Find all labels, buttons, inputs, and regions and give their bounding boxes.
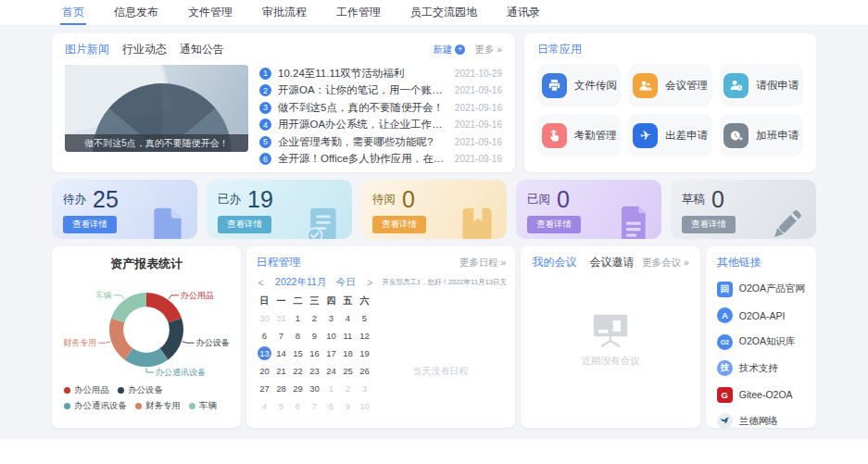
news-tab-2[interactable]: 通知公告	[180, 42, 224, 57]
app-attendance[interactable]: 考勤管理	[537, 114, 621, 157]
calendar-day[interactable]: 14	[272, 345, 289, 362]
nav-item-0[interactable]: 首页	[60, 0, 86, 25]
view-details-button[interactable]: 查看详情	[682, 216, 736, 233]
schedule-more-link[interactable]: 更多日程 »	[459, 257, 507, 270]
calendar-day[interactable]: 9	[339, 397, 356, 415]
legend-item-0[interactable]: 办公用品	[64, 384, 109, 396]
legend-item-2[interactable]: 办公通讯设备	[64, 400, 127, 412]
calendar-day[interactable]: 30	[306, 380, 322, 397]
calendar-day[interactable]: 4	[256, 397, 272, 415]
meetings-more-link[interactable]: 更多会议 »	[642, 257, 689, 270]
calendar-day[interactable]: 28	[272, 380, 289, 397]
calendar-day[interactable]: 19	[356, 345, 372, 362]
calendar-day[interactable]: 9	[306, 327, 322, 345]
leave-icon	[723, 73, 748, 98]
nav-item-4[interactable]: 工作管理	[334, 0, 383, 25]
calendar-day[interactable]: 26	[356, 362, 372, 380]
calendar-day[interactable]: 5	[356, 309, 372, 327]
news-list-item[interactable]: 6 全开源！Office多人协作应用，在线编辑Word、Excel和PPT文档 …	[259, 151, 502, 169]
calendar-day[interactable]: 18	[339, 345, 356, 362]
calendar-day[interactable]: 30	[256, 309, 272, 327]
link-gitee[interactable]: G Gitee-O2OA	[717, 387, 805, 403]
link-website[interactable]: 回 O2OA产品官网	[717, 282, 805, 297]
legend-item-3[interactable]: 财务专用	[135, 400, 181, 412]
nav-item-1[interactable]: 信息发布	[112, 0, 160, 25]
app-overtime[interactable]: 加班申请	[720, 114, 803, 157]
calendar-day[interactable]: 25	[339, 362, 356, 380]
news-more-link[interactable]: 更多 »	[474, 44, 502, 56]
schedule-empty-text: 当天没有日程	[374, 365, 506, 378]
link-api[interactable]: A O2OA-API	[717, 307, 805, 323]
calendar-day[interactable]: 23	[306, 362, 322, 380]
nav-item-3[interactable]: 审批流程	[260, 0, 308, 25]
calendar-day[interactable]: 1	[289, 309, 306, 327]
donut-slice-4[interactable]	[111, 293, 146, 322]
calendar-day[interactable]: 22	[289, 362, 306, 380]
news-list-item[interactable]: 1 10.24至11.11双节活动福利 2021-10-29	[259, 65, 502, 82]
nav-item-6[interactable]: 通讯录	[505, 0, 542, 25]
calendar-day[interactable]: 27	[256, 380, 272, 397]
view-details-button[interactable]: 查看详情	[218, 216, 271, 233]
news-list-item[interactable]: 2 开源OA：让你的笔记，用一个账号多平台通用 2021-09-16	[259, 82, 502, 100]
news-list-item[interactable]: 4 用开源OA办公系统，让企业工作状态更加“全景化” 2021-09-16	[259, 117, 502, 134]
view-details-button[interactable]: 查看详情	[63, 216, 117, 233]
legend-item-1[interactable]: 办公设备	[118, 384, 163, 396]
calendar-day[interactable]: 10	[322, 327, 339, 345]
calendar-day[interactable]: 11	[339, 327, 356, 345]
calendar-day[interactable]: 4	[339, 309, 356, 327]
calendar-day[interactable]: 3	[356, 380, 372, 397]
news-tab-0[interactable]: 图片新闻	[65, 42, 109, 57]
calendar-day[interactable]: 2	[339, 380, 356, 397]
calendar-day[interactable]: 16	[306, 345, 322, 362]
calendar-day[interactable]: 21	[272, 362, 289, 380]
other-links-title: 其他链接	[717, 255, 805, 270]
calendar-day[interactable]: 24	[322, 362, 339, 380]
app-plane[interactable]: ✈ 出差申请	[628, 114, 711, 157]
calendar-day[interactable]: 5	[272, 397, 289, 415]
calendar-next-button[interactable]: >	[365, 277, 374, 288]
donut-slice-2[interactable]	[125, 348, 169, 367]
link-kb[interactable]: O2 O2OA知识库	[717, 334, 805, 350]
legend-item-4[interactable]: 车辆	[189, 400, 217, 412]
calendar-day[interactable]: 7	[272, 327, 289, 345]
calendar-day[interactable]: 31	[272, 309, 289, 327]
meeting-tab-0[interactable]: 我的会议	[532, 255, 576, 270]
calendar-day[interactable]: 8	[322, 397, 339, 415]
view-details-button[interactable]: 查看详情	[527, 216, 581, 233]
news-list-item[interactable]: 5 企业管理考勤，需要哪些功能呢? 2021-09-16	[259, 133, 502, 151]
calendar-day[interactable]: 7	[306, 397, 322, 415]
view-details-button[interactable]: 查看详情	[372, 216, 426, 233]
app-leave[interactable]: 请假申请	[720, 64, 803, 107]
news-photo[interactable]: 做不到这5点，真的不要随便开会！	[65, 65, 248, 152]
news-photo-caption: 做不到这5点，真的不要随便开会！	[65, 134, 248, 152]
donut-slice-0[interactable]	[146, 293, 182, 322]
calendar-day[interactable]: 10	[356, 397, 372, 415]
link-bird[interactable]: 兰德网络	[717, 413, 805, 429]
calendar-day[interactable]: 1	[322, 380, 339, 397]
news-list-item[interactable]: 3 做不到这5点，真的不要随便开会！ 2021-09-16	[259, 99, 502, 117]
calendar-day[interactable]: 8	[289, 327, 306, 345]
calendar-day[interactable]: 6	[256, 327, 272, 345]
calendar-day[interactable]: 20	[256, 362, 272, 380]
calendar-day[interactable]: 29	[289, 380, 306, 397]
calendar-month-label[interactable]: 2022年11月	[275, 276, 326, 289]
app-meeting[interactable]: 会议管理	[628, 64, 711, 107]
calendar-prev-button[interactable]: <	[256, 277, 265, 288]
link-support[interactable]: 技 技术支持	[717, 360, 805, 376]
news-index-badge: 5	[259, 136, 271, 148]
calendar-day-selected[interactable]: 13	[256, 345, 272, 362]
nav-item-2[interactable]: 文件管理	[186, 0, 234, 25]
app-printer[interactable]: 文件传阅	[537, 64, 621, 107]
meeting-tab-1[interactable]: 会议邀请	[589, 255, 634, 270]
news-tab-1[interactable]: 行业动态	[122, 42, 167, 57]
calendar-day[interactable]: 6	[289, 397, 306, 415]
calendar-day[interactable]: 2	[306, 309, 322, 327]
nav-item-5[interactable]: 员工交流园地	[409, 0, 479, 25]
calendar-day[interactable]: 12	[356, 327, 372, 345]
create-news-link[interactable]: 新建 +	[433, 44, 465, 56]
book-icon	[457, 205, 497, 239]
calendar-day[interactable]: 15	[289, 345, 306, 362]
calendar-today-button[interactable]: 今日	[336, 276, 356, 289]
calendar-day[interactable]: 3	[322, 309, 339, 327]
calendar-day[interactable]: 17	[322, 345, 339, 362]
